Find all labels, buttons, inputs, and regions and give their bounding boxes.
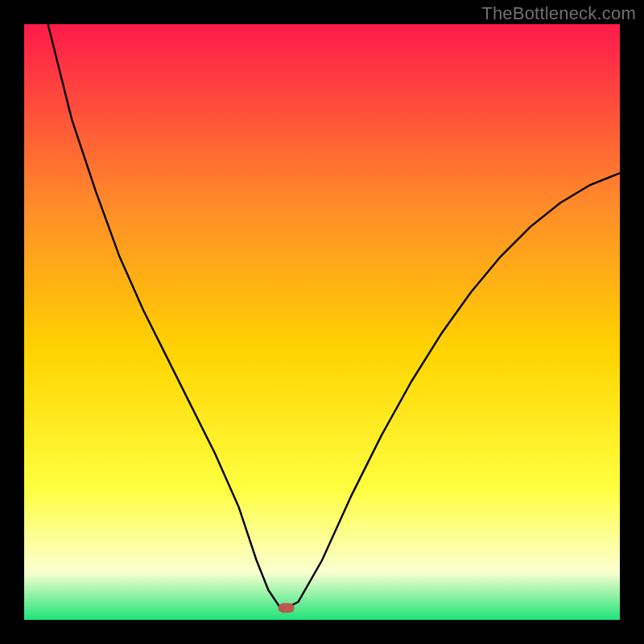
watermark-text: TheBottleneck.com: [481, 3, 636, 24]
gradient-background: [24, 24, 620, 620]
chart-frame: TheBottleneck.com: [0, 0, 644, 644]
optimum-marker: [279, 603, 295, 613]
bottleneck-chart: [24, 24, 620, 620]
